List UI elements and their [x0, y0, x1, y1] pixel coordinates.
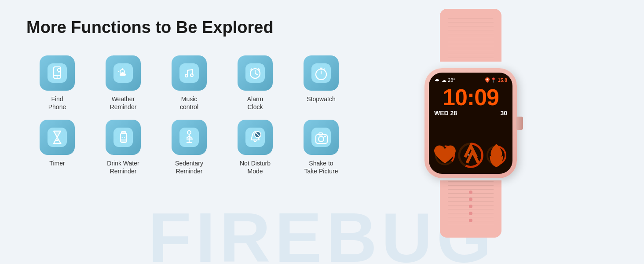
screen-top-row: ☁ 28° 📍 15.8	[434, 77, 507, 83]
svg-point-50	[487, 79, 488, 81]
strap-hole-3	[469, 205, 472, 208]
icon-alarm-clock: AlarmClock	[224, 55, 286, 111]
alarm-clock-label: AlarmClock	[247, 95, 263, 111]
weather-reminder-label: WeatherReminder	[110, 95, 137, 111]
gauge-steps: 16358	[457, 141, 484, 169]
icon-weather-reminder: WeatherReminder	[92, 55, 154, 111]
icon-timer: Timer	[26, 120, 88, 175]
find-phone-label: FindPhone	[48, 95, 66, 111]
svg-line-23	[324, 69, 325, 70]
svg-rect-44	[311, 128, 331, 147]
strap-hole-2	[469, 198, 472, 201]
left-section: More Functions to Be Explored	[26, 18, 378, 175]
svg-rect-40	[245, 128, 265, 147]
page-title: More Functions to Be Explored	[26, 18, 378, 38]
sedentary-label: SedentaryReminder	[175, 159, 203, 175]
icon-music-control: Musiccontrol	[158, 55, 220, 111]
gauge-calories: 785	[486, 144, 507, 167]
sedentary-icon-box	[172, 120, 207, 155]
icon-find-phone: FindPhone	[26, 55, 88, 111]
icons-grid: FindPhone WeatherRem	[26, 55, 378, 176]
icon-shake-picture: Shake toTake Picture	[290, 120, 352, 175]
svg-point-3	[57, 76, 58, 77]
svg-point-48	[324, 136, 326, 137]
weather-icon-box	[106, 55, 141, 91]
watch-crown	[516, 117, 523, 130]
screen-weather: ☁ 28°	[434, 77, 455, 83]
not-disturb-label: Not DisturbMode	[240, 159, 271, 175]
timer-label: Timer	[49, 159, 65, 167]
music-control-label: Musiccontrol	[180, 95, 198, 111]
main-container: More Functions to Be Explored	[0, 0, 644, 264]
drink-water-icon-box	[106, 120, 141, 155]
music-icon-box	[172, 55, 207, 91]
gauge-steps-val: 16358	[466, 154, 476, 158]
not-disturb-icon-box	[238, 120, 273, 155]
timer-icon-box	[40, 120, 75, 155]
alarm-icon-box	[238, 55, 273, 91]
watch-body: ☁ 28° 📍 15.8 10:09	[424, 68, 517, 178]
screen-time-display: 10:09	[434, 86, 507, 109]
watch-screen: ☁ 28° 📍 15.8 10:09	[429, 73, 512, 174]
watch-strap-bottom	[440, 180, 501, 238]
shake-picture-label: Shake toTake Picture	[304, 159, 338, 175]
strap-hole-1	[469, 191, 472, 194]
icon-stopwatch: Stopwatch	[290, 55, 352, 111]
icon-drink-water: Drink WaterReminder	[92, 120, 154, 175]
strap-hole-4	[469, 212, 472, 215]
stopwatch-icon-box	[304, 55, 339, 91]
find-phone-icon-box	[40, 55, 75, 91]
screen-date-row: WED 28 30	[434, 110, 507, 117]
svg-rect-0	[48, 63, 67, 83]
stopwatch-label: Stopwatch	[307, 95, 335, 103]
screen-gauges: 102	[434, 141, 507, 169]
gauge-heart: 102	[434, 144, 456, 167]
watch-strap-top	[440, 9, 501, 62]
svg-rect-11	[179, 63, 199, 83]
screen-date-num: 30	[500, 110, 507, 117]
watch: ☁ 28° 📍 15.8 10:09	[387, 9, 554, 238]
strap-hole-5	[469, 219, 472, 222]
drink-water-label: Drink WaterReminder	[107, 159, 139, 175]
screen-location: 📍 15.8	[485, 77, 507, 83]
right-section: ☁ 28° 📍 15.8 10:09	[378, 9, 563, 238]
icon-not-disturb: Not DisturbMode	[224, 120, 286, 175]
strap-holes	[469, 191, 472, 222]
gauge-calories-val: 785	[493, 153, 500, 158]
icon-sedentary: SedentaryReminder	[158, 120, 220, 175]
gauge-heart-val: 102	[442, 153, 448, 158]
shake-picture-icon-box	[304, 120, 339, 155]
screen-day: WED 28	[434, 110, 457, 117]
